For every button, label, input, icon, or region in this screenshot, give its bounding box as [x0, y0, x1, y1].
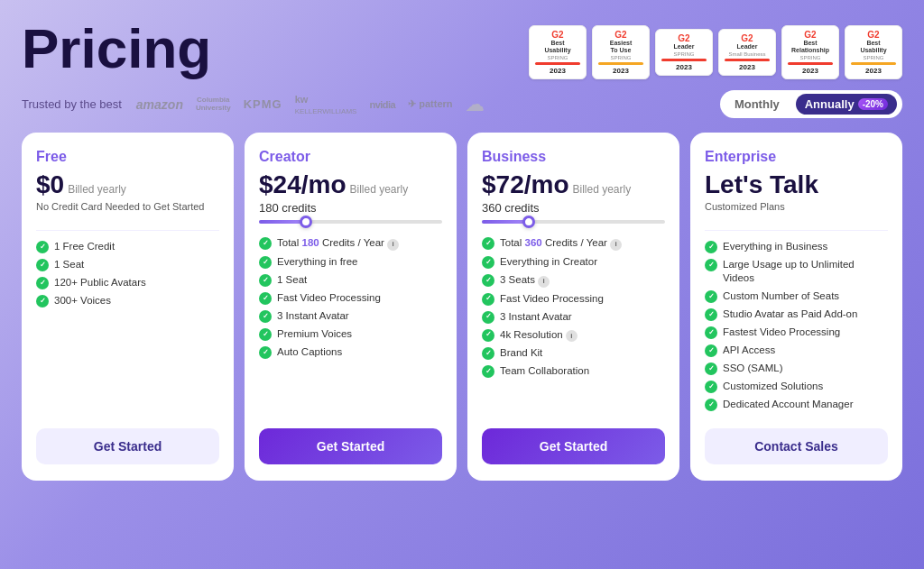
plan-price-business: $72/mo Billed yearly	[482, 170, 665, 199]
billing-monthly[interactable]: Monthly	[725, 94, 789, 115]
billing-annually[interactable]: Annually -20%	[796, 94, 897, 115]
check-icon	[259, 346, 272, 359]
discount-badge: -20%	[858, 98, 888, 110]
trusted-label: Trusted by the best	[22, 97, 122, 111]
check-icon	[36, 277, 49, 289]
check-icon	[259, 256, 272, 269]
feature-item: Customized Solutions	[705, 380, 888, 393]
feature-item: Auto Captions	[259, 345, 442, 359]
feature-item: Brand Kit	[482, 346, 665, 360]
cta-button-creator[interactable]: Get Started	[259, 428, 442, 464]
plan-name-business: Business	[482, 149, 665, 165]
check-icon	[36, 259, 49, 271]
company-logos: amazon ColumbiaUniversity KPMG kwKELLERW…	[136, 94, 484, 115]
features-list-business: Total 360 Credits / Year i Everything in…	[482, 236, 665, 416]
badge-leader-1: G2 Leader SPRING 2023	[655, 29, 713, 75]
plan-price-suffix-creator: Billed yearly	[350, 183, 409, 196]
plan-price-enterprise: Let's Talk	[705, 170, 888, 199]
badge-best-usability-2: G2 BestUsability SPRING 2023	[845, 25, 902, 79]
logo-kpmg: KPMG	[244, 97, 282, 111]
slider-creator[interactable]	[259, 220, 442, 224]
feature-item: Total 360 Credits / Year i	[482, 236, 665, 251]
check-icon	[482, 365, 494, 378]
check-icon	[705, 399, 717, 411]
logo-kw: kwKELLERWILLIAMS	[295, 94, 357, 115]
plan-price-suffix-free: Billed yearly	[68, 183, 126, 196]
badge-best-usability-1: G2 BestUsability SPRING 2023	[529, 25, 587, 79]
feature-item: Studio Avatar as Paid Add-on	[705, 307, 888, 321]
plan-card-creator: Creator $24/mo Billed yearly 180 credits…	[245, 133, 457, 481]
plan-name-creator: Creator	[259, 149, 442, 165]
plan-price-free: $0 Billed yearly	[36, 170, 219, 199]
feature-item: 3 Instant Avatar	[482, 310, 665, 324]
check-icon	[705, 344, 717, 357]
check-icon	[259, 237, 272, 250]
badge-easiest-to-use: G2 EasiestTo Use SPRING 2023	[592, 25, 650, 79]
slider-thumb-creator[interactable]	[300, 216, 312, 228]
cta-button-business[interactable]: Get Started	[482, 428, 665, 464]
check-icon	[705, 259, 717, 271]
plan-desc-enterprise: Customized Plans	[705, 201, 888, 212]
check-icon	[259, 292, 272, 305]
check-icon	[705, 326, 717, 339]
check-icon	[705, 363, 717, 375]
feature-item: 1 Seat	[259, 273, 442, 287]
feature-item: 1 Seat	[36, 258, 219, 271]
cta-button-enterprise[interactable]: Contact Sales	[705, 428, 888, 464]
cta-button-free[interactable]: Get Started	[36, 428, 219, 464]
check-icon	[482, 237, 494, 250]
credits-label-business: 360 credits	[482, 201, 665, 215]
badge-leader-2: G2 Leader Small Business 2023	[718, 29, 776, 75]
check-icon	[482, 274, 494, 287]
logo-columbia: ColumbiaUniversity	[196, 96, 231, 113]
check-icon	[36, 241, 49, 253]
plan-price-suffix-business: Billed yearly	[573, 183, 632, 196]
feature-item: 3 Seats i	[482, 273, 665, 288]
check-icon	[705, 308, 717, 321]
info-icon: i	[387, 239, 399, 251]
feature-item: Fast Video Processing	[482, 292, 665, 306]
feature-item: 120+ Public Avatars	[36, 276, 219, 289]
logo-amazon: amazon	[136, 97, 183, 112]
check-icon	[705, 381, 717, 393]
logo-salesforce: ☁	[466, 94, 484, 115]
check-icon	[259, 328, 272, 341]
feature-item: Team Collaboration	[482, 364, 665, 378]
info-icon: i	[566, 330, 578, 342]
plan-name-free: Free	[36, 149, 219, 165]
plan-card-business: Business $72/mo Billed yearly 360 credit…	[467, 133, 679, 481]
feature-item: Fast Video Processing	[259, 291, 442, 305]
feature-item: 3 Instant Avatar	[259, 309, 442, 323]
check-icon	[259, 274, 272, 287]
check-icon	[705, 241, 717, 253]
feature-item: Total 180 Credits / Year i	[259, 236, 442, 251]
plans-grid: Free $0 Billed yearly No Credit Card Nee…	[22, 133, 902, 481]
badge-best-relationship: G2 BestRelationship SPRING 2023	[781, 25, 839, 79]
features-list-enterprise: Everything in Business Large Usage up to…	[705, 240, 888, 416]
divider-free	[36, 230, 219, 231]
feature-item: Everything in free	[259, 255, 442, 269]
info-icon: i	[610, 239, 622, 251]
plan-name-enterprise: Enterprise	[705, 149, 888, 165]
slider-thumb-business[interactable]	[522, 216, 535, 228]
divider-enterprise	[705, 230, 888, 231]
plan-desc-free: No Credit Card Needed to Get Started	[36, 201, 219, 212]
check-icon	[482, 329, 494, 342]
check-icon	[482, 256, 494, 269]
info-icon: i	[538, 276, 550, 288]
check-icon	[482, 311, 494, 324]
feature-item: SSO (SAML)	[705, 362, 888, 375]
features-list-creator: Total 180 Credits / Year i Everything in…	[259, 236, 442, 416]
slider-business[interactable]	[482, 220, 665, 224]
feature-item: Everything in Creator	[482, 255, 665, 269]
features-list-free: 1 Free Credit 1 Seat 120+ Public Avatars…	[36, 240, 219, 416]
plan-card-enterprise: Enterprise Let's Talk Customized Plans E…	[690, 133, 902, 481]
feature-item: Everything in Business	[705, 240, 888, 253]
feature-item: Large Usage up to Unlimited Videos	[705, 258, 888, 285]
credits-label-creator: 180 credits	[259, 201, 442, 215]
check-icon	[482, 347, 494, 360]
awards-badges: G2 BestUsability SPRING 2023 G2 EasiestT…	[529, 18, 902, 79]
feature-item: 1 Free Credit	[36, 240, 219, 253]
billing-toggle[interactable]: Monthly Annually -20%	[720, 90, 902, 118]
feature-item: Dedicated Account Manager	[705, 398, 888, 411]
